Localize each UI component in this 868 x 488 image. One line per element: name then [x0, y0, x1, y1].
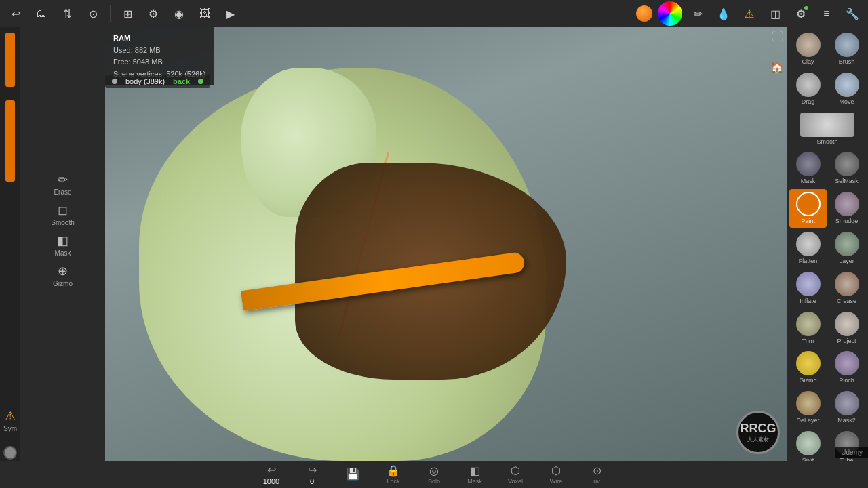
brush-smooth-row3[interactable]: Smooth	[789, 110, 865, 148]
left-strip: ⚠ Sym	[0, 27, 20, 488]
gizmo-left-tool[interactable]: ⊕ Gizmo	[26, 261, 100, 290]
brush-inflate[interactable]: Inflate	[789, 269, 827, 308]
main-viewport[interactable]: ⛶ 🏠 RRCG 人人素材	[105, 27, 787, 461]
object-name[interactable]: body (389k)	[125, 77, 165, 85]
inflate-label: Inflate	[800, 298, 816, 305]
flatten-icon	[796, 232, 821, 256]
brush-pinch[interactable]: Pinch	[828, 348, 865, 387]
brush-crease[interactable]: Crease	[828, 269, 865, 308]
back-icon[interactable]: ↩	[5, 3, 26, 24]
mask2-icon	[835, 391, 859, 415]
mask-tool[interactable]: ◧ Mask	[26, 230, 100, 260]
smooth-brush-icon	[800, 113, 854, 137]
file-icon[interactable]: 🗂	[31, 3, 52, 24]
grid-icon[interactable]: ⊞	[117, 3, 138, 24]
brush-size-slider[interactable]	[5, 33, 15, 87]
wire-button[interactable]: ⬡ Wire	[542, 464, 570, 485]
solo-button[interactable]: ◎ Solo	[420, 464, 448, 485]
inflate-icon	[796, 272, 821, 296]
lock-button[interactable]: 🔒 Lock	[380, 464, 407, 485]
sym-tool[interactable]: ⚠ Sym	[1, 406, 20, 435]
tools-icon[interactable]: 🔧	[842, 3, 863, 24]
move-label: Move	[839, 98, 854, 106]
drag-icon	[796, 73, 821, 97]
save-button[interactable]: 💾	[339, 468, 366, 481]
brush-selmask[interactable]: SelMask	[828, 149, 865, 188]
brush-project[interactable]: Project	[828, 309, 865, 348]
crease-label: Crease	[837, 298, 856, 305]
menu-icon[interactable]: ≡	[816, 3, 837, 24]
ram-title: RAM	[113, 33, 205, 45]
lock-label: Lock	[387, 478, 399, 485]
mask2-label: Mask2	[837, 417, 856, 424]
udemy-text: Udemy	[841, 449, 863, 456]
brush-trim[interactable]: Trim	[789, 309, 827, 348]
solo-label: Solo	[428, 478, 440, 485]
settings-icon[interactable]: ⚙	[143, 3, 163, 24]
pencil-icon[interactable]: ✏	[688, 3, 708, 24]
undo-button[interactable]: ↩ 1000	[258, 464, 285, 485]
brush-mask2[interactable]: Mask2	[828, 388, 865, 427]
brush-drag[interactable]: Drag	[789, 70, 827, 108]
gear-top-icon[interactable]: ⚙	[791, 3, 811, 24]
smooth-tool[interactable]: ◻ Smooth	[26, 200, 100, 229]
brush-paint[interactable]: Paint	[789, 189, 827, 228]
environment-icon[interactable]: ◉	[169, 3, 189, 24]
gizmo-label: Gizmo	[53, 280, 73, 287]
brush-gizmo[interactable]: Gizmo	[789, 348, 827, 387]
object-icon[interactable]: ⊙	[83, 3, 103, 24]
voxel-label: Voxel	[508, 478, 523, 485]
drag-label: Drag	[802, 98, 815, 106]
color-swatch[interactable]	[636, 5, 652, 22]
home-button[interactable]: 🏠	[770, 61, 784, 74]
crease-icon	[835, 272, 859, 296]
voxel-button[interactable]: ⬡ Voxel	[502, 464, 529, 485]
pinch-icon	[835, 351, 859, 375]
layers-icon[interactable]: ◫	[765, 3, 785, 24]
eyedropper-icon[interactable]: 💧	[713, 3, 734, 24]
brush-smudge[interactable]: Smudge	[828, 189, 865, 228]
brush-layer[interactable]: Layer	[828, 229, 865, 268]
top-toolbar: ↩ 🗂 ⇅ ⊙ ⊞ ⚙ ◉ 🖼 ▶ ✏ 💧 ⚠ ◫ ⚙ ≡ 🔧	[0, 0, 868, 27]
color-wheel[interactable]	[658, 1, 682, 26]
separator-1	[110, 5, 111, 22]
brush-intensity-slider[interactable]	[5, 100, 15, 182]
brush-clay[interactable]: Clay	[789, 30, 827, 68]
smooth-brush-label: Smooth	[816, 138, 837, 146]
gizmo-brush-label: Gizmo	[799, 377, 816, 384]
video-icon[interactable]: ▶	[220, 3, 241, 24]
clay-label: Clay	[802, 58, 814, 66]
left-panel: ⚠ Sym ✏ Erase ◻ Smooth ◧ Mask ⊕ Gizmo	[0, 27, 105, 488]
brush-brush[interactable]: Brush	[828, 30, 865, 68]
selmask-label: SelMask	[835, 178, 859, 185]
smooth-icon: ◻	[58, 203, 68, 218]
paint-label: Paint	[801, 218, 815, 225]
rrcg-watermark: RRCG 人人素材	[736, 411, 780, 454]
image-icon[interactable]: 🖼	[195, 3, 215, 24]
wire-label: Wire	[550, 478, 563, 485]
brush-flatten[interactable]: Flatten	[789, 229, 827, 268]
mask-bottom-button[interactable]: ◧ Mask	[461, 464, 488, 485]
uv-button[interactable]: ⊙ uv	[583, 464, 610, 485]
rrcg-chinese: 人人素材	[747, 436, 769, 443]
brush-move[interactable]: Move	[828, 70, 865, 108]
mask-icon: ◧	[57, 233, 68, 248]
sym-warning-icon: ⚠	[5, 409, 16, 424]
brush-mask[interactable]: Mask	[789, 149, 827, 188]
erase-tool[interactable]: ✏ Erase	[26, 169, 100, 199]
object-dot	[112, 79, 117, 84]
color-swatch-left[interactable]	[3, 446, 17, 460]
project-label: Project	[837, 338, 856, 345]
gizmo-brush-icon	[796, 351, 821, 375]
mask-bottom-label: Mask	[467, 478, 482, 485]
undo-icon: ↩	[267, 464, 276, 476]
fullscreen-button[interactable]: ⛶	[772, 30, 784, 44]
redo-button[interactable]: ↪ 0	[298, 464, 326, 485]
mask-brush-icon	[796, 152, 821, 176]
share-icon[interactable]: ⇅	[57, 3, 77, 24]
warning-top-icon[interactable]: ⚠	[739, 3, 760, 24]
brush-delayer[interactable]: DeLayer	[789, 388, 827, 427]
project-icon	[835, 312, 859, 336]
brush-grid: Clay Brush Drag Move Smooth Mask SelMask	[787, 27, 868, 488]
uv-icon: ⊙	[593, 464, 601, 477]
